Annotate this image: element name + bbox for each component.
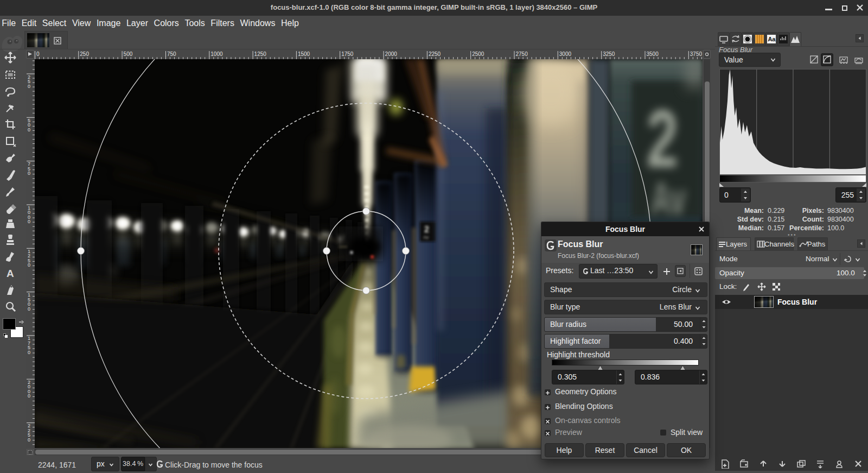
- svg-text:0: 0: [28, 306, 30, 312]
- svg-text:0: 0: [28, 350, 30, 355]
- svg-text:1500: 1500: [298, 51, 310, 57]
- svg-text:0: 0: [28, 127, 30, 133]
- svg-text:0: 0: [28, 171, 30, 176]
- svg-text:2500: 2500: [472, 51, 484, 57]
- svg-text:0: 0: [28, 393, 30, 399]
- svg-text:0: 0: [36, 51, 40, 57]
- svg-text:3000: 3000: [559, 51, 572, 57]
- svg-text:750: 750: [167, 51, 176, 57]
- svg-text:1750: 1750: [341, 51, 354, 57]
- svg-text:1250: 1250: [254, 51, 267, 57]
- svg-text:250: 250: [80, 51, 89, 57]
- svg-text:Aa: Aa: [768, 36, 776, 42]
- svg-text:1000: 1000: [210, 51, 223, 57]
- svg-text:2000: 2000: [385, 51, 398, 57]
- svg-text:2250: 2250: [429, 51, 441, 57]
- svg-text:3500: 3500: [647, 51, 659, 57]
- svg-text:0: 0: [28, 262, 30, 268]
- svg-text:3250: 3250: [603, 51, 615, 57]
- svg-text:3750: 3750: [690, 51, 703, 57]
- svg-text:2750: 2750: [516, 51, 528, 57]
- svg-text:0: 0: [28, 437, 30, 443]
- svg-text:A: A: [7, 268, 14, 279]
- svg-text:0: 0: [28, 219, 30, 224]
- svg-text:500: 500: [124, 51, 133, 57]
- svg-text:0: 0: [28, 84, 30, 89]
